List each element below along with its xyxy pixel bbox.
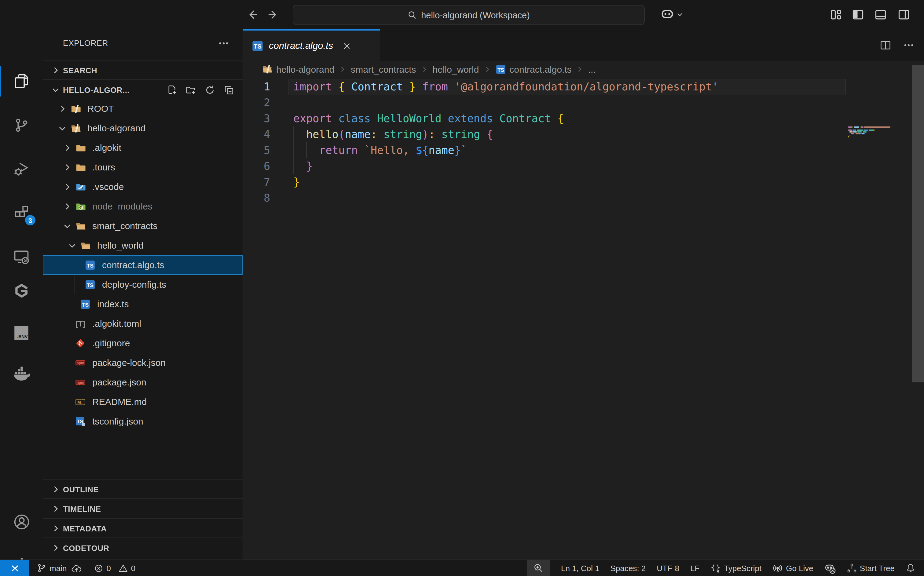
folder-root-open-icon <box>261 64 272 74</box>
tree-item-README.md[interactable]: M↓README.md <box>43 392 243 412</box>
svg-text:M↓: M↓ <box>77 400 83 405</box>
back-arrow-icon[interactable] <box>246 8 258 21</box>
tab-close-icon[interactable] <box>342 41 351 50</box>
activity-item-run-debug[interactable] <box>0 153 43 184</box>
status-item-go-live[interactable]: Go Live <box>772 560 814 576</box>
tree-item-.algokit.toml[interactable]: [T].algokit.toml <box>43 314 243 333</box>
status-item-start-tree[interactable]: Start Tree <box>847 560 895 576</box>
breadcrumb-item[interactable]: ... <box>588 64 596 74</box>
activity-item-explorer[interactable] <box>0 66 43 97</box>
tree-item-hello_world[interactable]: hello_world <box>43 236 243 255</box>
section-label: OUTLINE <box>63 485 99 494</box>
toggle-primary-sidebar-icon[interactable] <box>852 8 864 21</box>
tree-item-.vscode[interactable]: .vscode <box>43 177 243 197</box>
command-center-search[interactable]: hello-algorand (Workspace) <box>293 5 645 25</box>
collapse-all-icon[interactable] <box>224 85 234 95</box>
status-label: Start Tree <box>860 563 895 573</box>
activity-item-account[interactable] <box>0 506 43 538</box>
minimap-line <box>855 133 860 134</box>
status-item-language-mode[interactable]: TypeScript <box>710 560 761 576</box>
minimap-line <box>853 130 856 131</box>
tree-item-package.json[interactable]: npmpackage.json <box>43 373 243 392</box>
tree-item-.gitignore[interactable]: .gitignore <box>43 333 243 353</box>
tree-item-label: node_modules <box>92 197 152 216</box>
bell-icon <box>906 563 916 573</box>
line-number: 3 <box>243 110 270 126</box>
minimap-line <box>865 126 891 128</box>
tree-item-label: hello-algorand <box>87 118 146 138</box>
breadcrumb-item[interactable]: smart_contracts <box>351 64 416 74</box>
section-workspace[interactable]: HELLO-ALGOR... <box>43 79 243 99</box>
activity-item-extensions[interactable]: 3 <box>0 197 43 229</box>
minimap-line <box>869 130 874 131</box>
section-label: CODETOUR <box>63 543 109 552</box>
folder-open-icon <box>75 221 86 231</box>
minimap-line <box>862 133 864 134</box>
tree-item-.algokit[interactable]: .algokit <box>43 138 243 158</box>
tree-item-.tours[interactable]: .tours <box>43 158 243 177</box>
breadcrumb-item[interactable]: TScontract.algo.ts <box>495 64 572 74</box>
section-codetour[interactable]: CODETOUR <box>43 538 243 558</box>
tree-item-label: .algokit.toml <box>92 314 141 333</box>
minimap-line <box>856 131 857 133</box>
status-item-remote[interactable] <box>0 560 29 576</box>
activity-item-algokit[interactable] <box>0 275 43 307</box>
status-item-branch[interactable]: main <box>37 560 67 576</box>
section-outline[interactable]: OUTLINE <box>43 479 243 499</box>
section-label: METADATA <box>63 524 107 533</box>
section-timeline[interactable]: TIMELINE <box>43 498 243 518</box>
tree-item-package-lock.json[interactable]: npmpackage-lock.json <box>43 353 243 373</box>
chevron-down-icon <box>51 85 60 94</box>
ts-icon: TS <box>85 280 95 290</box>
toggle-secondary-sidebar-icon[interactable] <box>898 8 910 21</box>
split-editor-icon[interactable] <box>880 40 891 51</box>
customize-layout-icon[interactable] <box>830 8 842 21</box>
activity-item-remote-explorer[interactable] <box>0 241 43 272</box>
code-editor[interactable]: 1import { Contract } from '@algorandfoun… <box>243 77 924 560</box>
tree-item-label: contract.algo.ts <box>102 255 164 275</box>
svg-text:TS: TS <box>254 43 261 50</box>
section-metadata[interactable]: METADATA <box>43 518 243 538</box>
code-line-3: 3export class HelloWorld extends Contrac… <box>243 110 924 126</box>
breadcrumb-item[interactable]: hello-algorand <box>261 64 334 74</box>
tree-item-deploy-config.ts[interactable]: TSdeploy-config.ts <box>43 275 243 294</box>
status-item-sync[interactable] <box>72 560 82 576</box>
copilot-menu-button[interactable] <box>660 7 683 21</box>
folder-icon <box>75 163 86 172</box>
status-item-cursor-position[interactable]: Ln 1, Col 1 <box>561 560 599 576</box>
activity-item-docker[interactable] <box>0 357 43 389</box>
error-count: 0 <box>106 563 110 573</box>
tree-item-contract.algo.ts[interactable]: TScontract.algo.ts <box>43 255 243 275</box>
editor-more-actions-icon[interactable] <box>903 40 914 51</box>
status-item-zoom[interactable] <box>527 560 550 576</box>
status-item-eol[interactable]: LF <box>690 560 700 576</box>
tree-item-hello-algorand[interactable]: hello-algorand <box>43 118 243 138</box>
section-search[interactable]: SEARCH <box>43 60 243 80</box>
status-item-copilot-status[interactable] <box>825 560 836 576</box>
status-item-indentation[interactable]: Spaces: 2 <box>610 560 646 576</box>
breadcrumb-item[interactable]: hello_world <box>433 64 479 74</box>
minimap[interactable] <box>846 125 912 198</box>
status-item-notifications[interactable] <box>906 560 916 576</box>
tab-contract-algo-ts[interactable]: TS contract.algo.ts <box>243 29 380 61</box>
tree-item-ROOT[interactable]: ROOT <box>43 99 243 118</box>
new-folder-icon[interactable] <box>186 85 196 95</box>
tree-item-smart_contracts[interactable]: smart_contracts <box>43 216 243 236</box>
tree-item-tsconfig.json[interactable]: TStsconfig.json <box>43 412 243 431</box>
activity-item-source-control[interactable] <box>0 109 43 141</box>
editor-scrollbar[interactable] <box>912 66 924 382</box>
status-item-encoding[interactable]: UTF-8 <box>657 560 679 576</box>
minimap-line <box>861 126 863 128</box>
refresh-icon[interactable] <box>205 85 215 95</box>
explorer-more-actions-icon[interactable] <box>218 38 229 49</box>
status-item-problems[interactable]: 0 0 <box>94 560 135 576</box>
new-file-icon[interactable] <box>167 85 177 95</box>
forward-arrow-icon[interactable] <box>267 8 279 21</box>
toggle-panel-icon[interactable] <box>874 8 887 21</box>
tree-item-index.ts[interactable]: TSindex.ts <box>43 294 243 314</box>
minimap-line <box>863 130 868 131</box>
search-icon <box>408 10 417 19</box>
ts-config-icon: TS <box>75 416 86 427</box>
activity-item-dotenv[interactable]: .ENV <box>0 317 43 349</box>
tree-item-node_modules[interactable]: JSnode_modules <box>43 197 243 216</box>
